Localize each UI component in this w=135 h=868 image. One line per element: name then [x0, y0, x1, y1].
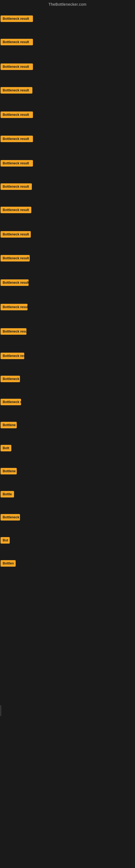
bottleneck-item-3[interactable]: Bottleneck result	[1, 63, 33, 71]
bottleneck-item-18[interactable]: Bottlene	[1, 422, 17, 429]
bottleneck-item-9[interactable]: Bottleneck result	[1, 207, 31, 214]
bottleneck-item-4[interactable]: Bottleneck result	[1, 87, 32, 95]
bottleneck-badge-23[interactable]: Bot	[1, 537, 10, 544]
bottleneck-badge-18[interactable]: Bottlene	[1, 422, 17, 428]
bottleneck-badge-21[interactable]: Bottle	[1, 491, 14, 497]
bottleneck-badge-10[interactable]: Bottleneck result	[1, 231, 31, 238]
bottleneck-badge-2[interactable]: Bottleneck result	[1, 39, 33, 45]
bottleneck-item-16[interactable]: Bottleneck	[1, 376, 20, 383]
bottleneck-badge-14[interactable]: Bottleneck result	[1, 328, 27, 335]
bottleneck-item-6[interactable]: Bottleneck result	[1, 135, 33, 143]
bottleneck-item-10[interactable]: Bottleneck result	[1, 231, 31, 239]
bottleneck-item-8[interactable]: Bottleneck result	[1, 183, 32, 191]
bottleneck-badge-1[interactable]: Bottleneck result	[1, 16, 33, 22]
bottleneck-item-2[interactable]: Bottleneck result	[1, 39, 33, 46]
bottleneck-item-14[interactable]: Bottleneck result	[1, 328, 27, 336]
bottleneck-item-5[interactable]: Bottleneck result	[1, 112, 33, 119]
bottleneck-badge-12[interactable]: Bottleneck result	[1, 279, 29, 286]
bottleneck-item-17[interactable]: Bottleneck r	[1, 399, 21, 406]
bottleneck-badge-13[interactable]: Bottleneck result	[1, 304, 28, 310]
bottleneck-badge-5[interactable]: Bottleneck result	[1, 112, 33, 118]
bottleneck-badge-9[interactable]: Bottleneck result	[1, 207, 31, 213]
bottleneck-item-13[interactable]: Bottleneck result	[1, 304, 28, 311]
bottleneck-item-12[interactable]: Bottleneck result	[1, 279, 29, 287]
bottleneck-badge-24[interactable]: Bottlen	[1, 560, 16, 567]
bottleneck-item-15[interactable]: Bottleneck res	[1, 352, 24, 360]
bottleneck-badge-3[interactable]: Bottleneck result	[1, 63, 33, 70]
site-header: TheBottlenecker.com	[0, 0, 135, 10]
bottleneck-item-7[interactable]: Bottleneck result	[1, 160, 33, 167]
bottleneck-item-19[interactable]: Bott	[1, 445, 11, 453]
bottleneck-item-11[interactable]: Bottleneck result	[1, 255, 30, 262]
bottleneck-badge-7[interactable]: Bottleneck result	[1, 160, 33, 166]
bottleneck-item-21[interactable]: Bottle	[1, 491, 14, 499]
bottleneck-badge-16[interactable]: Bottleneck	[1, 376, 20, 382]
bottleneck-badge-20[interactable]: Bottlene	[1, 468, 17, 474]
bottleneck-badge-11[interactable]: Bottleneck result	[1, 255, 30, 261]
bottleneck-badge-17[interactable]: Bottleneck r	[1, 399, 21, 405]
bottleneck-badge-6[interactable]: Bottleneck result	[1, 135, 33, 142]
cursor-line	[1, 705, 1, 716]
bottleneck-item-23[interactable]: Bot	[1, 537, 10, 545]
bottleneck-badge-15[interactable]: Bottleneck res	[1, 352, 24, 359]
bottleneck-badge-22[interactable]: Bottleneck	[1, 514, 20, 521]
bottleneck-item-1[interactable]: Bottleneck result	[1, 16, 33, 23]
bottleneck-item-24[interactable]: Bottlen	[1, 560, 16, 568]
bottleneck-badge-4[interactable]: Bottleneck result	[1, 87, 32, 94]
bottleneck-badge-19[interactable]: Bott	[1, 445, 11, 452]
bottleneck-item-22[interactable]: Bottleneck	[1, 514, 20, 522]
bottleneck-badge-8[interactable]: Bottleneck result	[1, 183, 32, 190]
bottleneck-item-20[interactable]: Bottlene	[1, 468, 17, 475]
